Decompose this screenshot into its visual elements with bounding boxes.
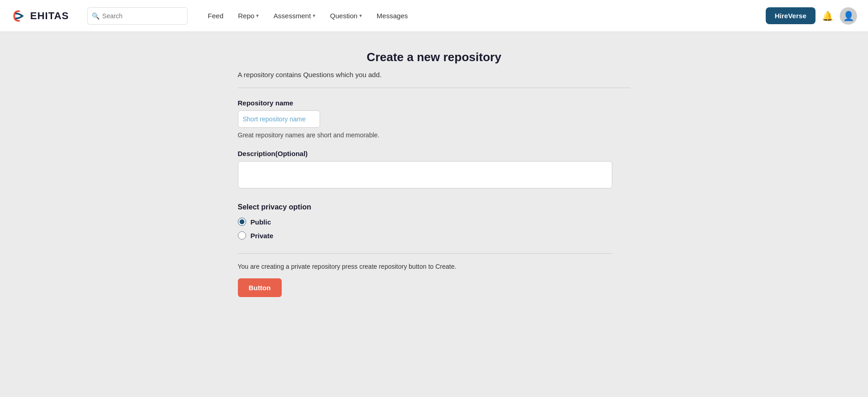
radio-public-label: Public (251, 218, 271, 226)
logo[interactable]: EHITAS (11, 8, 69, 24)
logo-icon (11, 8, 27, 24)
nav-right: HireVerse 🔔 👤 (766, 7, 857, 25)
radio-private[interactable]: Private (238, 231, 631, 240)
repo-name-input[interactable] (238, 110, 320, 128)
radio-public-input[interactable] (238, 218, 246, 226)
search-input[interactable] (87, 7, 188, 25)
privacy-radio-group: Public Private (238, 218, 631, 240)
nav-item-feed[interactable]: Feed (201, 8, 230, 23)
radio-private-input[interactable] (238, 231, 246, 240)
description-textarea[interactable] (238, 161, 612, 188)
page-title: Create a new repository (238, 50, 631, 64)
bell-icon[interactable]: 🔔 (822, 10, 833, 21)
repo-name-help: Great repository names are short and mem… (238, 131, 631, 139)
info-text: You are creating a private repository pr… (238, 263, 631, 270)
navbar: EHITAS 🔍 Feed Repo ▾ Assessment ▾ Questi… (0, 0, 868, 32)
chevron-down-icon: ▾ (256, 13, 259, 19)
hireverse-button[interactable]: HireVerse (766, 7, 815, 24)
nav-item-repo[interactable]: Repo ▾ (231, 8, 265, 23)
chevron-down-icon: ▾ (359, 13, 362, 19)
repo-name-label: Repository name (238, 99, 631, 107)
main-content: Create a new repository A repository con… (0, 32, 868, 397)
nav-links: Feed Repo ▾ Assessment ▾ Question ▾ Mess… (201, 8, 757, 23)
chevron-down-icon: ▾ (313, 13, 316, 19)
divider-bottom (238, 253, 612, 254)
logo-text: EHITAS (30, 10, 69, 22)
divider-top (238, 88, 631, 88)
search-icon: 🔍 (92, 12, 100, 20)
nav-item-assessment[interactable]: Assessment ▾ (267, 8, 322, 23)
radio-public[interactable]: Public (238, 218, 631, 226)
radio-private-label: Private (251, 232, 274, 240)
description-label: Description(Optional) (238, 150, 631, 157)
nav-item-question[interactable]: Question ▾ (324, 8, 368, 23)
nav-item-messages[interactable]: Messages (370, 8, 414, 23)
subtitle-text: A repository contains Questions which yo… (238, 71, 631, 78)
create-repository-button[interactable]: Button (238, 278, 282, 297)
form-container: Create a new repository A repository con… (229, 32, 640, 370)
privacy-label: Select privacy option (238, 203, 631, 211)
avatar[interactable]: 👤 (840, 7, 857, 25)
search-container: 🔍 (87, 7, 188, 25)
